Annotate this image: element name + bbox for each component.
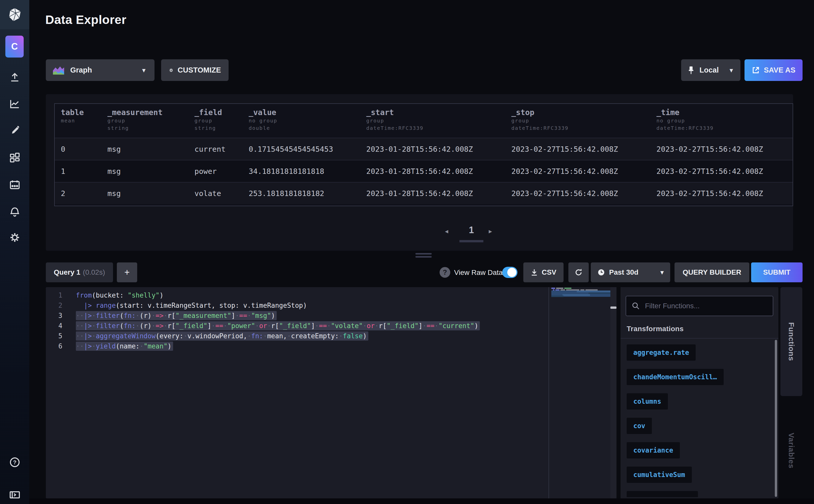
sidebar-item-console[interactable] xyxy=(0,487,29,503)
table-cell: 2023-01-28T15:56:42.008Z xyxy=(366,167,511,176)
sidebar-item-data-explorer[interactable] xyxy=(0,96,29,112)
tasks-icon xyxy=(9,179,21,191)
divider-drag-handle[interactable] xyxy=(610,306,616,309)
function-chip[interactable]: cov xyxy=(627,418,652,434)
time-zone-dropdown[interactable]: Local ▾ xyxy=(681,59,740,81)
sidebar-item-settings[interactable] xyxy=(0,229,29,246)
tab-functions[interactable]: Functions xyxy=(780,287,802,396)
edit-icon xyxy=(9,125,21,137)
view-raw-data-help-icon[interactable]: ? xyxy=(440,267,450,278)
dashboards-icon xyxy=(9,152,21,163)
org-avatar[interactable]: C xyxy=(5,36,24,58)
sidebar-item-dashboards[interactable] xyxy=(0,149,29,166)
table-row: 0msgcurrent0.171545454545454532023-01-28… xyxy=(55,138,793,160)
page-prev-button[interactable]: ◂ xyxy=(445,227,448,235)
editor-minimap[interactable] xyxy=(551,288,610,299)
download-csv-button[interactable]: CSV xyxy=(523,262,564,282)
function-chip[interactable]: chandeMomentumOscill… xyxy=(627,369,724,385)
table-cell: 0 xyxy=(61,145,107,153)
table-cell: msg xyxy=(107,167,194,176)
table-column-header: _fieldgroupstring xyxy=(194,108,249,138)
view-raw-data-toggle[interactable] xyxy=(502,267,517,278)
functions-list: aggregate.ratechandeMomentumOscill…colum… xyxy=(627,344,769,497)
sidebar-item-notebooks[interactable] xyxy=(0,123,29,139)
help-icon: ? xyxy=(9,456,21,468)
table-column-header: _valueno groupdouble xyxy=(249,108,366,138)
table-header-row: tablemean_measurementgroupstring_fieldgr… xyxy=(55,104,793,138)
chevron-down-icon: ▾ xyxy=(730,67,733,74)
page-number: 1 xyxy=(458,225,485,235)
time-range-dropdown[interactable]: Past 30d ▾ xyxy=(591,262,670,282)
customize-button[interactable]: CUSTOMIZE xyxy=(161,59,229,81)
tab-variables[interactable]: Variables xyxy=(780,428,802,473)
csv-label: CSV xyxy=(542,268,556,276)
table-body: 0msgcurrent0.171545454545454532023-01-28… xyxy=(55,138,793,204)
influxdb-cube-icon xyxy=(7,7,22,22)
graphs-icon xyxy=(9,98,21,110)
section-divider xyxy=(621,338,778,339)
table-cell: 2023-01-28T15:56:42.008Z xyxy=(366,189,511,198)
table-cell: 2023-01-28T15:56:42.008Z xyxy=(366,145,511,153)
panel-resize-handle[interactable] xyxy=(415,253,432,255)
view-raw-data-label: View Raw Data xyxy=(454,269,503,277)
page-bottom-strip xyxy=(29,498,814,504)
table-column-header: _measurementgroupstring xyxy=(107,108,194,138)
raw-data-panel: tablemean_measurementgroupstring_fieldgr… xyxy=(46,94,793,251)
chevron-down-icon: ▾ xyxy=(661,269,664,276)
table-row: 1msgpower34.181818181818182023-01-28T15:… xyxy=(55,160,793,182)
table-column-header: _startgroupdateTime:RFC3339 xyxy=(366,108,511,138)
function-chip[interactable]: covariance xyxy=(627,442,680,458)
submit-button[interactable]: SUBMIT xyxy=(751,262,803,282)
table-cell: 2023-02-27T15:56:42.008Z xyxy=(656,167,793,176)
function-chip[interactable]: aggregate.rate xyxy=(627,344,696,361)
refresh-icon xyxy=(574,268,583,277)
table-cell: 2023-02-27T15:56:42.008Z xyxy=(656,189,793,198)
page-title: Data Explorer xyxy=(45,13,127,27)
gear-icon xyxy=(169,66,174,75)
function-chip-partial[interactable] xyxy=(627,491,698,497)
alerts-icon xyxy=(9,205,21,217)
time-range-label: Past 30d xyxy=(609,268,638,276)
visualization-type-dropdown[interactable]: Graph ▾ xyxy=(46,59,155,81)
table-cell: current xyxy=(194,145,249,153)
function-chip[interactable]: cumulativeSum xyxy=(627,467,692,483)
add-query-button[interactable]: + xyxy=(117,262,137,282)
sidebar-item-help[interactable]: ? xyxy=(0,454,29,470)
table-cell: 2023-02-27T15:56:42.008Z xyxy=(511,167,656,176)
chevron-down-icon: ▾ xyxy=(142,67,145,74)
query-tab[interactable]: Query 1 (0.02s) xyxy=(46,262,113,282)
sidebar-item-upload[interactable] xyxy=(0,69,29,85)
editor-gutter: 123456 xyxy=(47,290,62,351)
flux-code-editor[interactable]: 123456 from(bucket: "shelly") |> range(s… xyxy=(46,287,610,498)
refresh-button[interactable] xyxy=(568,262,589,282)
page-next-button[interactable]: ▸ xyxy=(489,227,492,235)
code-line: ··|>·aggregateWindow(every:·v.windowPeri… xyxy=(76,331,480,341)
table-cell: 2023-02-27T15:56:42.008Z xyxy=(511,189,656,198)
influxdb-logo[interactable] xyxy=(0,0,29,29)
table-column-header: _stopgroupdateTime:RFC3339 xyxy=(511,108,656,138)
editor-panel-divider[interactable] xyxy=(610,287,616,498)
filter-functions-input[interactable] xyxy=(645,302,767,310)
query-builder-button[interactable]: QUERY BUILDER xyxy=(675,262,749,282)
filter-functions-searchbox[interactable] xyxy=(626,296,773,316)
sidebar-item-tasks[interactable] xyxy=(0,177,29,193)
table-cell: 34.18181818181818 xyxy=(249,167,366,176)
table-pagination: ◂ 1 ▸ xyxy=(46,223,793,246)
function-chip[interactable]: columns xyxy=(627,393,668,410)
table-cell: 2023-02-27T15:56:42.008Z xyxy=(511,145,656,153)
table-cell: 2 xyxy=(61,189,107,198)
functions-panel: Transformations aggregate.ratechandeMome… xyxy=(621,287,778,498)
console-icon xyxy=(9,489,21,501)
area-chart-icon xyxy=(52,65,65,75)
sidebar-nav: C xyxy=(0,0,29,504)
sidebar-item-alerts[interactable] xyxy=(0,203,29,219)
clock-icon xyxy=(597,269,605,276)
save-as-label: SAVE AS xyxy=(764,66,795,74)
code-line: ··|>·filter(fn:·(r)·=>·r["_field"]·==·"p… xyxy=(76,321,480,331)
table-cell: msg xyxy=(107,189,194,198)
functions-scrollbar[interactable] xyxy=(775,340,777,497)
code-line: ··|>·yield(name:·"mean") xyxy=(76,341,480,351)
save-as-button[interactable]: SAVE AS xyxy=(745,59,803,81)
minimap-border xyxy=(549,287,549,498)
panel-resize-handle[interactable] xyxy=(415,256,432,258)
